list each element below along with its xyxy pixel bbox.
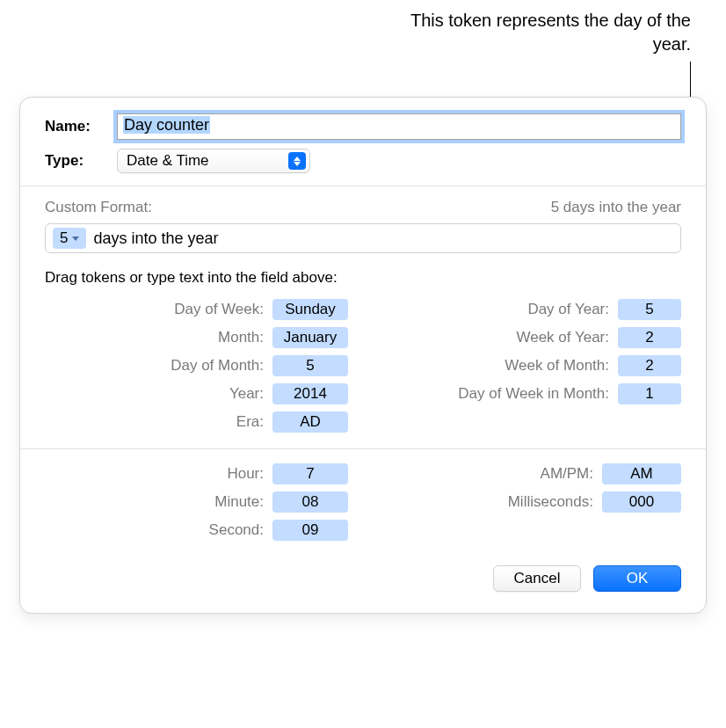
token-day-of-week-in-month[interactable]: 1 bbox=[618, 383, 681, 404]
token-label: Month: bbox=[218, 329, 264, 346]
custom-format-preview: 5 days into the year bbox=[551, 199, 681, 216]
chevron-down-icon bbox=[72, 237, 79, 241]
token-minute[interactable]: 08 bbox=[272, 491, 348, 513]
token-label: Day of Week: bbox=[174, 301, 264, 318]
annotation-text: This token represents the day of the yea… bbox=[410, 9, 691, 56]
token-label: Era: bbox=[236, 413, 264, 431]
token-week-of-month[interactable]: 2 bbox=[618, 355, 681, 376]
name-value: Day counter bbox=[123, 116, 210, 134]
token-label: AM/PM: bbox=[541, 465, 593, 483]
token-week-of-year[interactable]: 2 bbox=[618, 327, 681, 348]
token-era[interactable]: AD bbox=[272, 411, 348, 433]
dialog-footer: Cancel OK bbox=[20, 565, 706, 613]
date-tokens-grid: Day of Week: Sunday Day of Year: 5 Month… bbox=[20, 295, 706, 448]
format-token-value: 5 bbox=[60, 229, 68, 247]
select-caret-icon bbox=[288, 152, 306, 170]
token-second[interactable]: 09 bbox=[272, 520, 348, 541]
custom-format-field[interactable]: 5 days into the year bbox=[45, 223, 681, 253]
header-section: Name: Day counter Type: Date & Time bbox=[20, 98, 706, 186]
token-label: Year: bbox=[229, 385, 264, 403]
token-label: Week of Year: bbox=[516, 329, 609, 346]
token-day-of-year[interactable]: 5 bbox=[618, 299, 681, 320]
token-label: Hour: bbox=[227, 465, 264, 483]
custom-format-header: Custom Format: 5 days into the year bbox=[20, 186, 706, 223]
token-ampm[interactable]: AM bbox=[602, 463, 681, 484]
token-label: Minute: bbox=[214, 493, 264, 511]
token-label: Day of Month: bbox=[171, 357, 264, 375]
token-day-of-week[interactable]: Sunday bbox=[272, 299, 348, 320]
token-year[interactable]: 2014 bbox=[272, 383, 348, 404]
type-label: Type: bbox=[45, 152, 117, 170]
cancel-button[interactable]: Cancel bbox=[493, 565, 581, 592]
custom-format-label: Custom Format: bbox=[45, 199, 152, 216]
ok-button[interactable]: OK bbox=[593, 565, 681, 592]
token-milliseconds[interactable]: 000 bbox=[602, 491, 681, 513]
token-label: Week of Month: bbox=[505, 357, 609, 375]
format-trailing-text: days into the year bbox=[93, 229, 218, 248]
token-hour[interactable]: 7 bbox=[272, 463, 348, 484]
token-label: Milliseconds: bbox=[508, 493, 593, 511]
drag-hint: Drag tokens or type text into the field … bbox=[20, 269, 706, 295]
time-tokens-grid: Hour: 7 AM/PM: AM Minute: 08 Millisecond… bbox=[20, 449, 706, 565]
token-label: Second: bbox=[209, 521, 264, 539]
token-day-of-month[interactable]: 5 bbox=[272, 355, 348, 376]
type-value: Date & Time bbox=[127, 152, 209, 170]
token-month[interactable]: January bbox=[272, 327, 348, 348]
type-select[interactable]: Date & Time bbox=[117, 149, 310, 173]
name-field[interactable]: Day counter bbox=[117, 113, 681, 140]
token-label: Day of Year: bbox=[527, 301, 609, 318]
custom-format-window: Name: Day counter Type: Date & Time Cus bbox=[19, 97, 707, 614]
format-token-day-of-year[interactable]: 5 bbox=[53, 228, 86, 249]
name-label: Name: bbox=[45, 118, 117, 135]
token-label: Day of Week in Month: bbox=[458, 385, 609, 403]
